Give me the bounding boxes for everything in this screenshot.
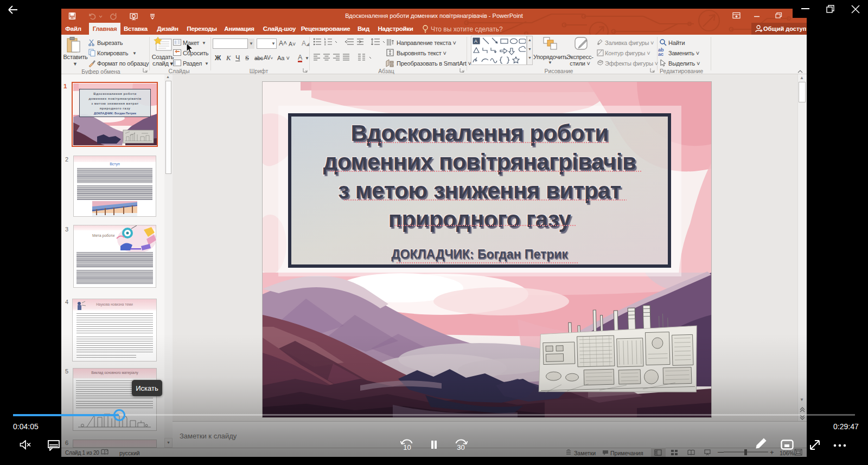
svg-text:A: A	[474, 38, 477, 44]
svg-text:10: 10	[403, 443, 411, 451]
svg-text:30: 30	[457, 443, 464, 451]
